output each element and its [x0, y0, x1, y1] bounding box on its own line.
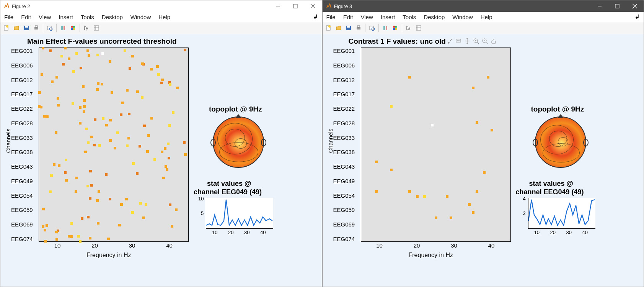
new-figure-icon[interactable] [324, 23, 333, 33]
save-icon[interactable] [22, 23, 31, 33]
heatmap-cell [483, 171, 486, 174]
print-preview-icon[interactable] [367, 23, 377, 33]
menu-help[interactable]: Help [477, 13, 496, 21]
heatmap-cell [162, 177, 165, 179]
colorbar-icon[interactable] [68, 23, 78, 33]
close-button[interactable] [626, 0, 644, 12]
heatmap-cell [446, 195, 448, 198]
mini-line-plot[interactable] [206, 198, 273, 229]
topoplot[interactable] [213, 116, 264, 168]
heatmap-cell [88, 54, 90, 57]
x-tick: 40 [166, 242, 173, 249]
menu-tools[interactable]: Tools [77, 13, 98, 21]
menu-tools[interactable]: Tools [399, 13, 420, 21]
heatmap-cell [51, 80, 54, 83]
menu-overflow-icon[interactable]: ↲ [635, 13, 640, 20]
save-icon[interactable] [344, 23, 353, 33]
pan-icon[interactable] [463, 37, 471, 45]
pointer-icon[interactable] [82, 23, 91, 33]
brush-icon[interactable] [446, 37, 453, 45]
inspector-icon[interactable] [414, 23, 423, 33]
print-icon[interactable] [354, 23, 363, 33]
menu-insert[interactable]: Insert [55, 13, 77, 21]
heatmap-cell [147, 134, 150, 137]
heatmap-cell [184, 153, 187, 156]
svg-point-26 [328, 25, 331, 28]
plot-title: Contrast 1 F values: unc old [349, 37, 446, 46]
heatmap-cell [142, 216, 145, 219]
menu-desktop[interactable]: Desktop [420, 13, 448, 21]
print-icon[interactable] [32, 23, 41, 33]
menu-window[interactable]: Window [127, 13, 155, 21]
figure-canvas[interactable]: Contrast 1 F values: unc old Channels EE… [323, 34, 644, 287]
y-tick: EEG069 [11, 221, 33, 228]
heatmap-cell [86, 49, 89, 52]
titlebar[interactable]: Figure 3 [323, 0, 644, 12]
menu-file[interactable]: File [0, 13, 17, 21]
figure-canvas[interactable]: Main Effect F-values uncorrected thresho… [0, 34, 322, 287]
pointer-icon[interactable] [404, 23, 413, 33]
menu-file[interactable]: File [323, 13, 339, 21]
heatmap-axes[interactable] [39, 48, 189, 242]
svg-rect-12 [61, 26, 63, 30]
maximize-button[interactable] [608, 0, 626, 12]
menu-help[interactable]: Help [155, 13, 174, 21]
menu-edit[interactable]: Edit [17, 13, 35, 21]
heatmap-cell [80, 67, 82, 69]
svg-rect-37 [393, 28, 395, 30]
titlebar[interactable]: Figure 2 [0, 0, 322, 12]
close-button[interactable] [304, 0, 322, 12]
menu-view[interactable]: View [357, 13, 377, 21]
menu-insert[interactable]: Insert [377, 13, 399, 21]
mini-line-plot[interactable] [528, 198, 595, 229]
svg-rect-33 [383, 26, 385, 30]
zoom-out-icon[interactable] [481, 37, 489, 45]
maximize-button[interactable] [287, 0, 304, 12]
menu-desktop[interactable]: Desktop [98, 13, 127, 21]
minimize-button[interactable] [269, 0, 287, 12]
heatmap-cell [416, 195, 419, 198]
heatmap-cell [96, 199, 99, 202]
heatmap-cell [145, 203, 147, 206]
heatmap-cell [81, 217, 83, 220]
toolbar-separator [43, 24, 43, 32]
link-axes-icon[interactable] [59, 23, 68, 33]
print-preview-icon[interactable] [45, 23, 54, 33]
y-tick: EEG001 [333, 48, 355, 54]
y-tick: EEG043 [333, 163, 355, 170]
heatmap-cell [120, 203, 123, 206]
heatmap-axes[interactable] [361, 48, 511, 242]
x-tick: 40 [488, 242, 495, 249]
datatips-icon[interactable] [455, 37, 462, 45]
open-icon[interactable] [12, 23, 21, 33]
heatmap-cell [75, 190, 77, 193]
menu-view[interactable]: View [35, 13, 55, 21]
heatmap-cell [109, 139, 112, 142]
heatmap-cell [423, 195, 426, 198]
menu-window[interactable]: Window [448, 13, 476, 21]
y-tick: EEG038 [11, 149, 33, 155]
svg-line-50 [486, 42, 487, 44]
inspector-icon[interactable] [92, 23, 101, 33]
menu-edit[interactable]: Edit [339, 13, 357, 21]
svg-rect-22 [615, 4, 619, 8]
y-tick: EEG074 [11, 236, 33, 242]
minimize-button[interactable] [591, 0, 608, 12]
heatmap-cell [150, 68, 153, 71]
heatmap-cell [141, 62, 144, 65]
new-figure-icon[interactable] [2, 23, 11, 33]
colorbar-icon[interactable] [391, 23, 400, 33]
y-tick: EEG012 [11, 77, 33, 83]
open-icon[interactable] [334, 23, 343, 33]
home-icon[interactable] [490, 37, 497, 45]
heatmap-cell [161, 79, 164, 81]
heatmap-cell [90, 136, 93, 138]
y-tick: EEG054 [11, 192, 33, 199]
menu-overflow-icon[interactable]: ↲ [313, 13, 318, 20]
topoplot[interactable] [535, 116, 586, 168]
heatmap-cell [487, 76, 489, 79]
y-tick: EEG022 [11, 105, 33, 112]
link-axes-icon[interactable] [381, 23, 390, 33]
zoom-in-icon[interactable] [472, 37, 480, 45]
heatmap-cell [65, 159, 67, 161]
